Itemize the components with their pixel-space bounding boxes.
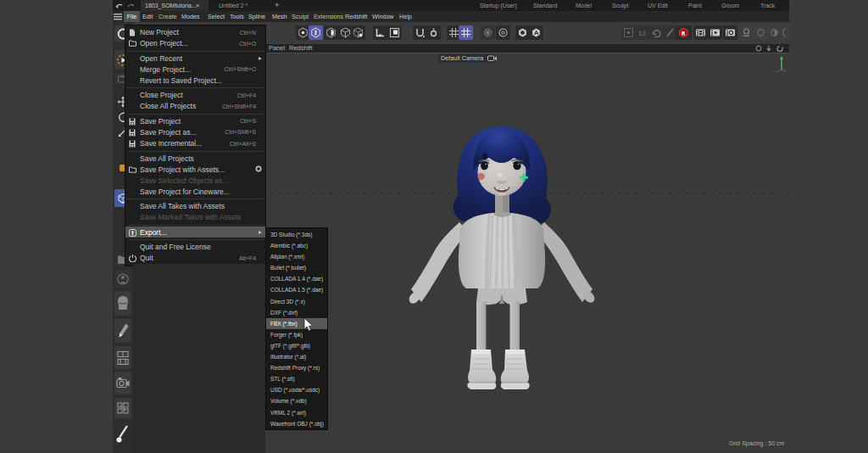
svg-text:12: 12 xyxy=(638,30,646,37)
